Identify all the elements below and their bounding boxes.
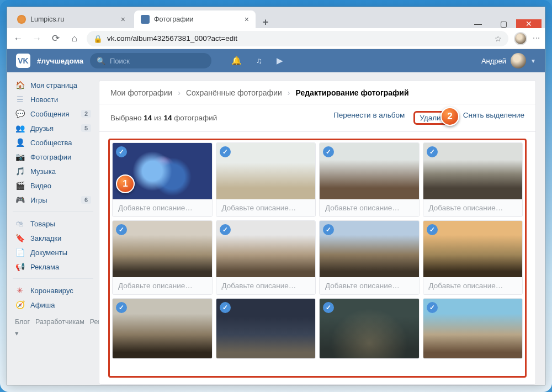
photo-cell[interactable]: ✓Добавьте описание… — [216, 220, 316, 295]
sidebar-item[interactable]: 🎬Видео — [10, 178, 95, 193]
photo-caption-input[interactable]: Добавьте описание… — [320, 199, 419, 216]
sidebar-item[interactable]: 📢Реклама — [10, 259, 95, 274]
checkmark-icon[interactable]: ✓ — [427, 302, 438, 313]
footer-link[interactable]: Блог — [15, 318, 30, 326]
checkmark-icon[interactable]: ✓ — [220, 146, 231, 157]
tab-strip: Lumpics.ru × Фотографии × + — ▢ ✕ — [7, 7, 545, 28]
close-window-button[interactable]: ✕ — [516, 19, 542, 28]
photo-caption-input[interactable]: Добавьте описание… — [216, 277, 316, 294]
vk-logo[interactable]: VK — [16, 54, 30, 68]
notifications-icon[interactable]: 🔔 — [231, 56, 242, 66]
photo-caption-input[interactable]: Добавьте описание… — [423, 277, 523, 294]
photo-cell[interactable]: ✓Добавьте описание… — [423, 142, 523, 217]
sidebar-label: Реклама — [30, 263, 59, 271]
minimize-button[interactable]: — — [465, 19, 491, 28]
sidebar-item[interactable]: ☰Новости — [10, 92, 95, 107]
close-tab-icon[interactable]: × — [121, 15, 125, 24]
photo-thumbnail[interactable]: ✓ — [216, 299, 316, 358]
sidebar-label: Видео — [30, 182, 51, 190]
photo-thumbnail[interactable]: ✓ — [113, 221, 212, 277]
vk-search-input[interactable]: 🔍 Поиск — [90, 53, 211, 68]
sidebar-item[interactable]: 🛍Товары — [10, 216, 95, 231]
sidebar-icon: 📷 — [15, 152, 25, 161]
sidebar-label: Коронавирус — [30, 287, 73, 295]
deselect-link[interactable]: Снять выделение — [463, 111, 524, 125]
annotation-marker-2: 2 — [440, 107, 459, 126]
sidebar-item[interactable]: 🧭Афиша — [10, 298, 95, 312]
photo-cell[interactable]: ✓Добавьте описание… — [112, 220, 213, 295]
sidebar-item[interactable]: 📷Фотографии — [10, 150, 95, 164]
sidebar-item[interactable]: 💬Сообщения2 — [10, 107, 95, 121]
photo-caption-input[interactable]: Добавьте описание… — [113, 277, 212, 294]
back-button[interactable]: ← — [12, 33, 25, 44]
photo-cell[interactable]: ✓Добавьте описание… — [319, 220, 420, 295]
photo-cell[interactable]: ✓Добавьте описание… — [423, 220, 523, 295]
photo-cell[interactable]: ✓ — [112, 298, 213, 359]
new-tab-button[interactable]: + — [258, 17, 273, 28]
photo-cell[interactable]: ✓Добавьте описание… — [216, 142, 316, 217]
browser-menu-button[interactable]: ⋮ — [533, 35, 540, 43]
music-icon[interactable]: ♫ — [256, 56, 262, 66]
checkmark-icon[interactable]: ✓ — [323, 146, 334, 157]
footer-link[interactable]: Разработчикам — [35, 318, 84, 326]
checkmark-icon[interactable]: ✓ — [323, 302, 334, 313]
address-bar[interactable]: 🔒 vk.com/album432567381_000?act=edit ☆ — [87, 31, 508, 46]
photo-thumbnail[interactable]: ✓ — [423, 143, 523, 199]
sidebar-item[interactable]: 🏠Моя страница — [10, 78, 95, 92]
checkmark-icon[interactable]: ✓ — [220, 224, 231, 235]
photo-thumbnail[interactable]: ✓ — [216, 221, 316, 277]
tab-photos[interactable]: Фотографии × — [134, 10, 256, 28]
sidebar-item[interactable]: 👤Сообщества — [10, 135, 95, 150]
sidebar-icon: ☰ — [15, 95, 25, 104]
move-to-album-link[interactable]: Перенести в альбом — [333, 111, 405, 125]
sidebar-item[interactable]: ✳Коронавирус — [10, 283, 95, 298]
checkmark-icon[interactable]: ✓ — [427, 224, 438, 235]
sidebar-label: Закладки — [30, 234, 61, 242]
photo-thumbnail[interactable]: ✓ — [320, 299, 419, 358]
photo-thumbnail[interactable]: ✓ — [423, 221, 523, 277]
photo-cell[interactable]: ✓ — [216, 298, 316, 359]
play-icon[interactable]: ▶ — [277, 56, 283, 66]
photo-thumbnail[interactable]: ✓ — [423, 299, 523, 358]
photo-cell[interactable]: ✓Добавьте описание… — [319, 142, 420, 217]
photo-caption-input[interactable]: Добавьте описание… — [320, 277, 419, 294]
checkmark-icon[interactable]: ✓ — [116, 302, 127, 313]
sidebar-icon: 💬 — [15, 109, 25, 118]
photo-cell[interactable]: ✓ — [423, 298, 523, 359]
vk-hashtag[interactable]: #лучшедома — [37, 57, 83, 65]
reload-button[interactable]: ⟳ — [49, 33, 62, 44]
maximize-button[interactable]: ▢ — [491, 19, 516, 28]
crumb-my-photos[interactable]: Мои фотографии — [110, 88, 172, 97]
vk-user-menu[interactable]: Андрей ▼ — [481, 53, 536, 68]
sidebar-icon: 📄 — [15, 248, 25, 257]
user-name: Андрей — [481, 57, 506, 65]
photo-cell[interactable]: ✓ — [319, 298, 420, 359]
crumb-saved[interactable]: Сохранённые фотографии — [186, 88, 282, 97]
sidebar-badge: 5 — [81, 124, 91, 132]
profile-avatar[interactable] — [514, 32, 527, 45]
sidebar-item[interactable]: 🎮Игры6 — [10, 193, 95, 207]
sidebar-item[interactable]: 📄Документы — [10, 245, 95, 259]
photo-caption-input[interactable]: Добавьте описание… — [113, 199, 212, 216]
checkmark-icon[interactable]: ✓ — [323, 224, 334, 235]
checkmark-icon[interactable]: ✓ — [427, 146, 438, 157]
sidebar-item[interactable]: 🎵Музыка — [10, 164, 95, 178]
photo-caption-input[interactable]: Добавьте описание… — [423, 199, 523, 216]
checkmark-icon[interactable]: ✓ — [220, 302, 231, 313]
tab-lumpics[interactable]: Lumpics.ru × — [10, 10, 132, 28]
photo-thumbnail[interactable]: ✓ — [320, 221, 419, 277]
sidebar-label: Друзья — [30, 124, 54, 133]
sidebar-item[interactable]: 👥Друзья5 — [10, 121, 95, 135]
photo-thumbnail[interactable]: ✓ — [113, 299, 212, 358]
checkmark-icon[interactable]: ✓ — [116, 224, 127, 235]
forward-button[interactable]: → — [30, 33, 44, 44]
home-button[interactable]: ⌂ — [68, 33, 81, 44]
close-tab-icon[interactable]: × — [245, 15, 249, 24]
photo-caption-input[interactable]: Добавьте описание… — [216, 199, 316, 216]
photo-thumbnail[interactable]: ✓ — [216, 143, 316, 199]
photo-thumbnail[interactable]: ✓ — [320, 143, 419, 199]
sidebar-icon: 🏠 — [15, 81, 25, 89]
bookmark-star-icon[interactable]: ☆ — [495, 34, 502, 43]
sidebar-item[interactable]: 🔖Закладки — [10, 231, 95, 245]
checkmark-icon[interactable]: ✓ — [116, 146, 127, 157]
